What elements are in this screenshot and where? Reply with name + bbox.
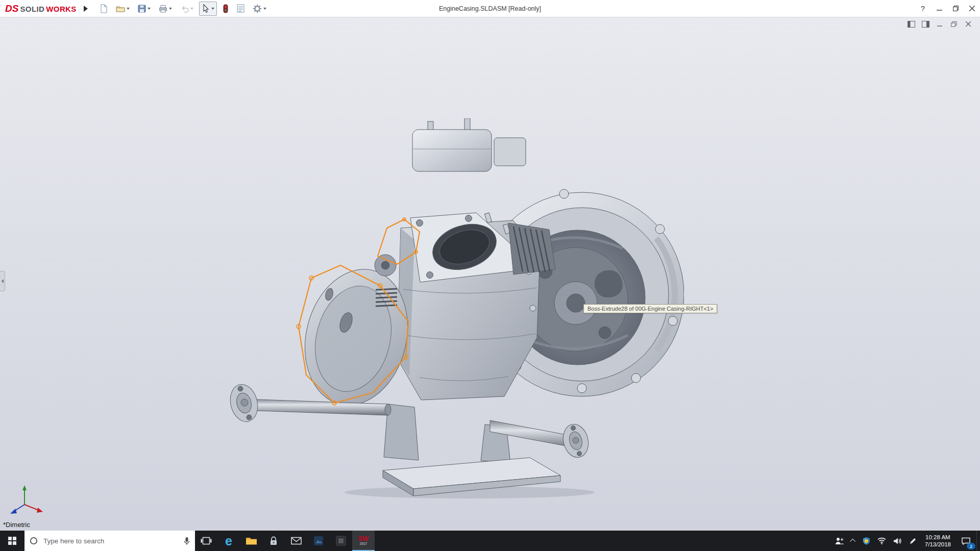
mail-envelope-icon [291, 537, 302, 545]
file-explorer-icon [246, 536, 257, 545]
maximize-icon [953, 6, 959, 11]
doc-close-icon [966, 21, 971, 27]
file-properties-icon [237, 4, 244, 13]
show-hidden-icons-button[interactable] [848, 531, 859, 551]
minimize-button[interactable] [931, 0, 947, 17]
feature-tree-collapse-tab[interactable] [0, 271, 5, 291]
save-floppy-icon [138, 5, 146, 13]
task-view-button[interactable] [195, 531, 217, 551]
open-document-button[interactable] [113, 2, 132, 16]
wifi-icon [877, 537, 886, 544]
doc-restore-icon [951, 21, 957, 27]
lock-icon [269, 536, 278, 546]
solidworks-logo: DS SOLIDWORKS [0, 3, 80, 14]
photos-icon [313, 536, 324, 546]
people-button[interactable] [831, 531, 848, 551]
orientation-triad[interactable] [8, 482, 46, 519]
new-document-icon [100, 4, 108, 13]
pen-settings-button[interactable] [905, 531, 920, 551]
close-icon [969, 6, 975, 11]
close-button[interactable] [964, 0, 980, 17]
brand-text-works: WORKS [46, 5, 77, 13]
select-dropdown-caret[interactable] [211, 8, 214, 10]
file-explorer-button[interactable] [240, 531, 262, 551]
rebuild-button[interactable] [220, 2, 231, 16]
feature-tooltip: Boss-Extrude28 of 00G-Engine Casing-RIGH… [583, 304, 717, 313]
network-button[interactable] [874, 531, 890, 551]
defender-shield-icon [863, 537, 870, 545]
search-circle-icon [30, 537, 38, 545]
system-tray: 10:28 AM 7/13/2018 2 [831, 531, 980, 551]
view-orientation-label: *Dimetric [3, 521, 30, 529]
speaker-icon [893, 537, 902, 545]
mail-app-button[interactable] [285, 531, 307, 551]
edge-icon: e [225, 535, 232, 547]
toolbar-expand-arrow[interactable] [84, 6, 88, 12]
notification-badge: 2 [967, 543, 975, 549]
select-arrow-icon [202, 4, 210, 13]
start-button[interactable] [0, 531, 24, 551]
task-view-icon [201, 536, 212, 545]
solidworks-icon: SW 2017 [358, 536, 369, 546]
edge-browser-button[interactable]: e [217, 531, 240, 551]
print-dropdown-caret[interactable] [169, 8, 172, 10]
save-button[interactable] [135, 2, 153, 16]
pen-icon [909, 537, 917, 545]
options-dropdown-caret[interactable] [263, 8, 266, 10]
chevron-up-icon [850, 539, 855, 544]
doc-minimize-icon [937, 21, 943, 27]
lock-app-button[interactable] [262, 531, 285, 551]
taskbar: e SW 2017 [0, 531, 980, 551]
next-window-button[interactable] [921, 20, 930, 28]
rebuild-traffic-light-icon [223, 4, 229, 13]
previous-window-button[interactable] [906, 20, 916, 28]
select-tool-button[interactable] [199, 2, 217, 16]
maximize-button[interactable] [947, 0, 964, 17]
open-dropdown-caret[interactable] [127, 8, 130, 10]
print-button[interactable] [156, 2, 175, 16]
save-dropdown-caret[interactable] [148, 8, 151, 10]
defender-tray-button[interactable] [859, 531, 874, 551]
undo-button[interactable] [178, 2, 196, 16]
options-gear-icon [253, 4, 262, 13]
action-center-button[interactable]: 2 [955, 531, 976, 551]
taskbar-search[interactable] [24, 531, 195, 551]
cooling-fins [508, 223, 555, 274]
undo-dropdown-caret[interactable] [190, 8, 193, 10]
dassault-logo-icon: DS [5, 3, 18, 14]
solidworks-taskbar-button[interactable]: SW 2017 [352, 531, 375, 551]
window-controls: ? [915, 0, 980, 17]
titlebar: DS SOLIDWORKS [0, 0, 980, 17]
app-icon [336, 536, 346, 546]
quick-access-toolbar [97, 2, 269, 16]
taskbar-clock[interactable]: 10:28 AM 7/13/2018 [920, 534, 955, 548]
show-desktop-button[interactable] [976, 531, 980, 551]
panel-right-icon [922, 21, 929, 28]
doc-restore-button[interactable] [949, 20, 959, 28]
options-button[interactable] [250, 2, 269, 16]
stand[interactable] [383, 404, 560, 496]
clock-date: 7/13/2018 [925, 541, 951, 548]
clock-time: 10:28 AM [925, 534, 950, 541]
panel-left-icon [908, 21, 915, 28]
windows-logo-icon [8, 537, 16, 545]
document-window-controls [906, 20, 973, 28]
people-icon [835, 537, 844, 545]
search-input[interactable] [42, 537, 179, 545]
help-button[interactable]: ? [915, 0, 931, 17]
microphone-icon[interactable] [184, 537, 190, 545]
file-properties-button[interactable] [234, 2, 247, 16]
new-document-button[interactable] [97, 2, 110, 16]
top-bracket[interactable] [412, 118, 526, 171]
print-icon [159, 5, 167, 13]
photos-app-button[interactable] [307, 531, 330, 551]
graphics-viewport[interactable]: Boss-Extrude28 of 00G-Engine Casing-RIGH… [0, 17, 980, 531]
brand-text-solid: SOLID [20, 5, 44, 13]
open-folder-icon [116, 5, 125, 13]
doc-close-button[interactable] [964, 20, 973, 28]
undo-icon [180, 5, 189, 13]
volume-button[interactable] [890, 531, 905, 551]
doc-minimize-button[interactable] [935, 20, 944, 28]
app-button[interactable] [330, 531, 352, 551]
minimize-icon [937, 6, 942, 11]
